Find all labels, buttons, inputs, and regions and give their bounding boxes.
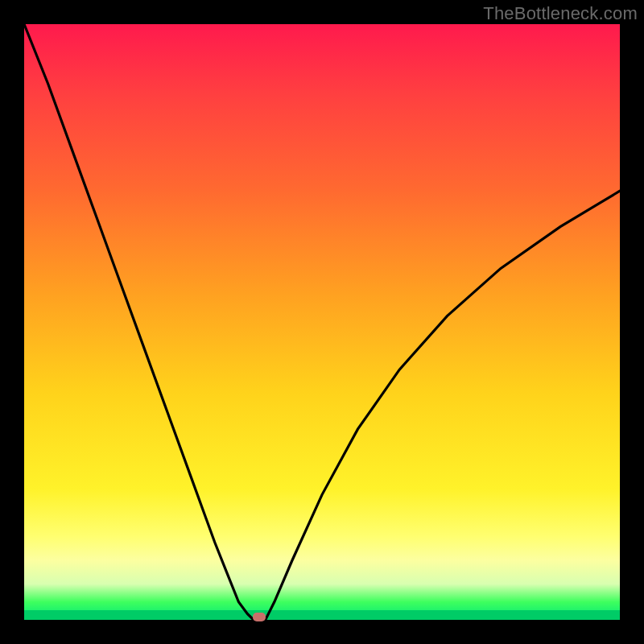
curve-left-branch xyxy=(24,24,254,620)
curve-right-branch xyxy=(266,191,620,620)
optimal-point-marker xyxy=(253,613,266,621)
watermark-text: TheBottleneck.com xyxy=(483,3,638,24)
bottleneck-curve xyxy=(24,24,620,620)
plot-area xyxy=(24,24,620,620)
chart-frame: TheBottleneck.com xyxy=(0,0,644,644)
